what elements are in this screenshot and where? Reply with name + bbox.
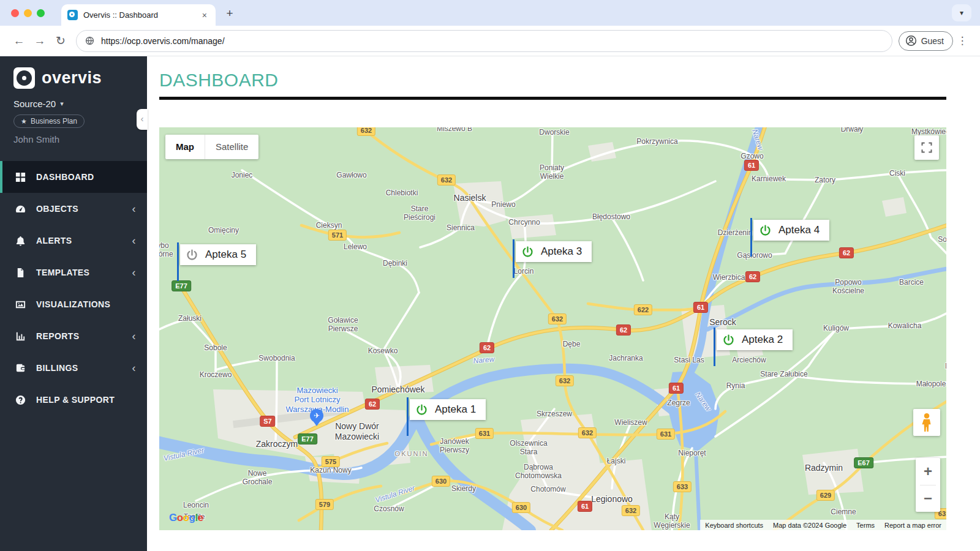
chevron-left-icon: ‹ [132, 330, 136, 343]
attribution-map-data-2024-google: Map data ©2024 Google [768, 522, 851, 529]
power-icon [722, 334, 735, 347]
overvis-favicon [67, 10, 78, 20]
sidebar-item-billings[interactable]: BILLINGS‹ [0, 352, 147, 384]
marker-leader-line [407, 397, 409, 436]
avatar-icon [905, 35, 917, 47]
chevron-left-icon: ‹ [132, 203, 136, 216]
sidebar-item-dashboard[interactable]: DASHBOARD [0, 161, 147, 193]
image-icon [15, 298, 27, 310]
chevron-left-icon: ‹ [132, 234, 136, 247]
zoom-control: + − [916, 458, 940, 512]
sidebar-item-label: TEMPLATES [36, 268, 89, 277]
gauge-icon [15, 203, 27, 215]
tab-close-icon[interactable]: × [200, 9, 209, 21]
sidebar-collapse-button[interactable]: ‹ [137, 109, 148, 130]
sidebar-item-alerts[interactable]: ALERTS‹ [0, 225, 147, 257]
map-markers-layer: Apteka 1Apteka 2Apteka 3Apteka 4Apteka 5 [159, 127, 946, 530]
reload-button[interactable]: ↻ [50, 31, 71, 51]
power-icon [759, 224, 772, 237]
attribution-terms[interactable]: Terms [851, 522, 880, 529]
browser-toolbar: ← → ↻ https://ocp.overvis.com/manage/ Gu… [0, 26, 980, 56]
sidebar-item-label: HELP & SUPPORT [36, 395, 115, 405]
zoom-in-button[interactable]: + [916, 458, 940, 485]
plan-badge: ★ Business Plan [13, 114, 85, 128]
pegman-button[interactable] [913, 409, 940, 436]
attribution-report-a-map-error[interactable]: Report a map error [880, 522, 946, 529]
sidebar-item-objects[interactable]: OBJECTS‹ [0, 193, 147, 225]
fullscreen-button[interactable] [914, 135, 939, 160]
sidebar-item-label: OBJECTS [36, 204, 78, 214]
browser-menu-icon[interactable]: ⋮ [953, 34, 971, 47]
marker-leader-line [513, 239, 514, 278]
sidebar-item-templates[interactable]: TEMPLATES‹ [0, 257, 147, 288]
sidebar-item-visualizations[interactable]: VISUALIZATIONS [0, 288, 147, 320]
page-title: DASHBOARD [159, 70, 946, 91]
marker-label: Apteka 4 [778, 224, 820, 236]
globe-icon [85, 36, 94, 45]
power-icon [521, 246, 534, 258]
sidebar-item-help-support[interactable]: HELP & SUPPORT [0, 384, 147, 416]
file-icon [15, 266, 27, 279]
map-canvas[interactable]: Miszewo BDworskiePokrzywnicaDrwałyMystkó… [159, 127, 946, 530]
map-view-button[interactable]: Map [165, 135, 205, 159]
zoom-out-button[interactable]: − [916, 485, 940, 512]
sidebar: overvis Source-20 ▾ ★ Business Plan John… [0, 56, 147, 551]
source-selector[interactable]: Source-20 ▾ [0, 97, 147, 109]
url-text: https://ocp.overvis.com/manage/ [101, 36, 225, 46]
star-icon: ★ [21, 118, 27, 126]
sidebar-item-reports[interactable]: REPORTS‹ [0, 320, 147, 352]
sidebar-item-label: DASHBOARD [36, 172, 94, 182]
map-attribution: Keyboard shortcutsMap data ©2024 GoogleT… [700, 520, 946, 530]
marker-leader-line [714, 328, 715, 366]
satellite-view-button[interactable]: Satellite [205, 135, 258, 159]
marker-leader-line [750, 218, 752, 257]
help-icon [15, 394, 27, 406]
attribution-keyboard-shortcuts[interactable]: Keyboard shortcuts [700, 522, 768, 529]
marker-label-box[interactable]: Apteka 1 [410, 399, 486, 420]
browser-tab[interactable]: Overvis :: Dashboard × [61, 4, 216, 26]
power-icon [186, 249, 198, 261]
sidebar-item-label: REPORTS [36, 331, 79, 341]
sidebar-nav: DASHBOARDOBJECTS‹ALERTS‹TEMPLATES‹VISUAL… [0, 161, 147, 416]
power-icon [415, 403, 428, 416]
marker-label-box[interactable]: Apteka 4 [753, 220, 829, 241]
chevron-left-icon: ‹ [132, 362, 136, 375]
maximize-window-button[interactable] [37, 9, 45, 17]
marker-label-box[interactable]: Apteka 3 [516, 241, 592, 262]
marker-leader-line [177, 242, 179, 281]
forward-button[interactable]: → [29, 31, 50, 51]
marker-label-box[interactable]: Apteka 2 [717, 329, 793, 350]
grid-icon [15, 171, 27, 183]
address-bar[interactable]: https://ocp.overvis.com/manage/ [76, 30, 892, 52]
fullscreen-icon [921, 141, 933, 154]
profile-label: Guest [921, 36, 944, 46]
overvis-logo-text: overvis [42, 69, 102, 88]
chevron-left-icon: ‹ [132, 266, 136, 279]
google-logo[interactable]: Google [169, 512, 203, 524]
back-button[interactable]: ← [9, 31, 29, 51]
sidebar-item-label: ALERTS [36, 236, 72, 246]
marker-label: Apteka 3 [541, 246, 582, 258]
new-tab-button[interactable]: + [222, 6, 238, 21]
title-divider [159, 97, 946, 100]
pegman-icon [919, 413, 935, 432]
marker-label: Apteka 1 [435, 403, 476, 416]
minimize-window-button[interactable] [24, 9, 32, 17]
profile-button[interactable]: Guest [899, 31, 953, 51]
marker-label-box[interactable]: Apteka 5 [180, 244, 256, 265]
browser-tab-strip: Overvis :: Dashboard × + ▾ [0, 0, 980, 26]
overvis-logo-icon [13, 67, 35, 89]
marker-label: Apteka 2 [742, 334, 783, 346]
window-controls [11, 9, 45, 17]
sidebar-item-label: VISUALIZATIONS [36, 299, 110, 309]
marker-label: Apteka 5 [205, 249, 246, 261]
main-content: DASHBOARD [147, 56, 980, 551]
tab-search-chevron-icon[interactable]: ▾ [952, 4, 971, 21]
wallet-icon [15, 362, 27, 374]
tab-title: Overvis :: Dashboard [83, 10, 200, 20]
sidebar-item-label: BILLINGS [36, 363, 78, 373]
chevron-down-icon: ▾ [60, 100, 64, 108]
close-window-button[interactable] [11, 9, 19, 17]
bell-icon [15, 234, 27, 247]
user-name: John Smith [0, 128, 147, 144]
